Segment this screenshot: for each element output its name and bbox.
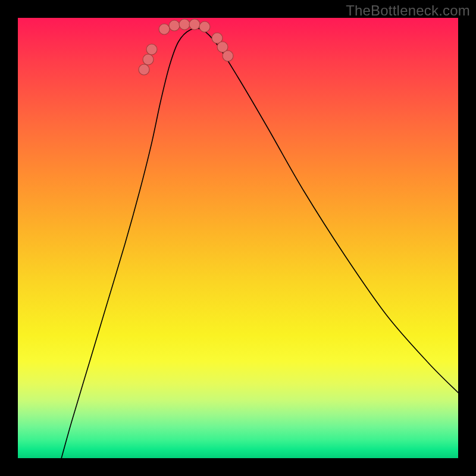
marker-bead [159, 24, 170, 35]
bottleneck-curve [57, 28, 458, 458]
marker-bead [169, 20, 180, 31]
marker-bead [146, 44, 157, 55]
marker-bead [189, 19, 200, 30]
marker-bead [139, 64, 149, 75]
chart-overlay [18, 18, 458, 458]
marker-group [139, 19, 233, 75]
chart-frame: TheBottleneck.com [0, 0, 476, 476]
marker-bead [179, 19, 190, 30]
marker-bead [199, 21, 210, 32]
marker-bead [223, 51, 233, 61]
watermark-text: TheBottleneck.com [346, 2, 470, 19]
plot-area [18, 18, 458, 458]
marker-bead [143, 54, 154, 65]
